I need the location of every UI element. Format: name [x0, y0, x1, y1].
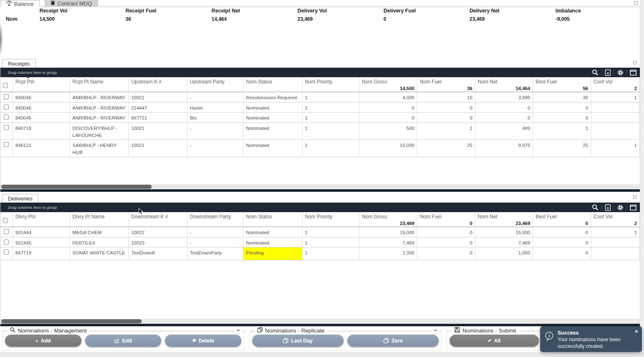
button-label: Delete: [199, 338, 214, 344]
cell-k: 10021: [129, 123, 187, 139]
table-row[interactable]: 840046ANR/BHLP - RIVERWAY10021-Resubmiss…: [0, 92, 640, 103]
column-header[interactable]: Nom Fuel36: [417, 77, 475, 92]
column-header[interactable]: Rcpt Pt Name: [70, 77, 128, 92]
delete-button[interactable]: ✖Delete: [165, 335, 241, 347]
search-icon[interactable]: [592, 204, 599, 211]
vertical-scrollbar-strip[interactable]: [640, 0, 644, 357]
scrollbar-thumb[interactable]: [1, 185, 152, 189]
row-checkbox[interactable]: [4, 249, 9, 254]
column-header[interactable]: Nom Net23,469: [475, 212, 533, 227]
tab-contract-mdq[interactable]: Contract MDQ: [44, 0, 98, 7]
horizontal-scrollbar[interactable]: [0, 184, 640, 189]
column-header[interactable]: Dlvry Pt Name: [70, 212, 128, 227]
table-row[interactable]: 840046ANR/BHLP - RIVERWAY667721BioNomina…: [0, 112, 640, 123]
cell-status: Pending: [243, 247, 302, 260]
close-icon[interactable]: ✖: [635, 329, 638, 334]
gear-icon[interactable]: [617, 204, 624, 211]
row-checkbox[interactable]: [4, 94, 9, 99]
excel-export-icon[interactable]: x: [605, 204, 611, 211]
cell-conf: [591, 123, 640, 139]
row-checkbox[interactable]: [4, 240, 9, 245]
column-header[interactable]: Nom Fuel0: [417, 212, 475, 227]
cell-best: 0: [533, 227, 591, 237]
column-header[interactable]: Dlvry Pt#: [13, 212, 70, 227]
table-row[interactable]: 840718DISCOVERY/BHLP - LAFOURCHE10021-No…: [0, 123, 640, 140]
table-row[interactable]: 846121SAB/BHLP - HENRY HUB10021-Nominate…: [0, 140, 640, 157]
column-header[interactable]: Best Fuel56: [533, 77, 591, 92]
cell-gross: 1,000: [359, 247, 417, 260]
last-day-button[interactable]: Last Day: [252, 335, 344, 347]
cell-status: Nominated: [243, 227, 302, 237]
minimize-icon[interactable]: –: [235, 327, 241, 333]
cell-net: 0: [475, 112, 533, 122]
deliveries-grid: Drag columns here to group. x Dlvry Pt#D…: [0, 203, 640, 326]
column-header[interactable]: Nom Priority: [302, 212, 359, 227]
nominations-workspace: { "tabs": [ { "label": "Balance", "activ…: [0, 0, 644, 357]
maximize-icon[interactable]: [634, 1, 638, 5]
edit-button[interactable]: Edit: [85, 335, 162, 347]
column-summary: 0: [469, 221, 472, 226]
panel-maximize-icon[interactable]: [633, 196, 637, 199]
column-header[interactable]: Downstream K #: [129, 212, 187, 227]
tab-receipts[interactable]: Receipts: [2, 59, 36, 68]
panel-legend: Nominations - Management: [7, 327, 89, 334]
column-header[interactable]: Nom Status: [243, 77, 302, 92]
select-all-checkbox[interactable]: [3, 218, 8, 223]
row-checkbox[interactable]: [4, 142, 9, 147]
column-header[interactable]: Upstream Party: [187, 77, 243, 92]
cell-fuel: 0: [417, 112, 475, 122]
balance-metric-value: 14,500: [39, 16, 125, 22]
horizontal-scrollbar[interactable]: [0, 319, 640, 324]
column-summary: 56: [583, 86, 588, 91]
column-header[interactable]: Nom Net14,464: [475, 77, 533, 92]
window-icon[interactable]: [630, 70, 637, 76]
column-header[interactable]: Upstream K #: [129, 77, 187, 92]
column-header[interactable]: Nom Priority: [302, 77, 359, 92]
column-header[interactable]: Nom Gross23,469: [359, 212, 417, 227]
panel-maximize-icon[interactable]: [633, 61, 637, 64]
table-row[interactable]: 847719SONAT WHITE CASTLETestDownKTestDow…: [0, 247, 640, 260]
minimize-icon[interactable]: –: [432, 327, 439, 333]
row-checkbox[interactable]: [4, 229, 9, 234]
column-header[interactable]: Conf Vol2: [591, 212, 640, 227]
cell-fuel: 10: [417, 92, 475, 102]
table-row[interactable]: 931444MEGA CHEM10022-Nominated115,000015…: [0, 227, 640, 237]
cell-status: Nominated: [243, 112, 302, 122]
cell-fuel: 25: [417, 140, 475, 156]
column-header[interactable]: Downstream Party: [187, 212, 243, 227]
column-header[interactable]: Nom Status: [243, 212, 302, 227]
cell-net: 3,990: [475, 92, 533, 102]
cell-fuel: 0: [417, 247, 475, 260]
cell-priority: 1: [302, 140, 359, 156]
cell-status: Nominated: [243, 103, 302, 112]
column-header[interactable]: Conf Vol2: [591, 77, 640, 92]
cell-best: 25: [533, 140, 591, 156]
zero-button[interactable]: Zero: [347, 335, 439, 347]
cell-k: 10022: [129, 227, 187, 237]
table-row[interactable]: 931445FERTILEX10023-Nominated17,46907,46…: [0, 237, 640, 248]
column-summary: 14,500: [400, 86, 414, 91]
tab-balance[interactable]: Balance: [0, 0, 40, 7]
cell-net: 1,000: [475, 247, 533, 260]
column-header[interactable]: Nom Gross14,500: [359, 77, 417, 92]
row-checkbox[interactable]: [4, 125, 9, 130]
search-icon[interactable]: [592, 69, 599, 76]
add-button[interactable]: +Add: [5, 335, 81, 347]
tab-deliveries[interactable]: Deliveries: [2, 194, 38, 203]
grid-body: 840046ANR/BHLP - RIVERWAY10021-Resubmiss…: [0, 92, 640, 184]
info-icon: i: [544, 331, 554, 344]
excel-export-icon[interactable]: x: [605, 69, 611, 76]
table-row[interactable]: 840046ANR/BHLP - RIVERWAY214447HarterNom…: [0, 103, 640, 113]
scrollbar-thumb[interactable]: [1, 319, 142, 323]
cell-net: 9,975: [475, 140, 533, 156]
column-header[interactable]: Rcpt Pt#: [13, 77, 70, 92]
row-checkbox[interactable]: [4, 115, 9, 120]
gear-icon[interactable]: [617, 69, 624, 76]
row-checkbox[interactable]: [4, 105, 9, 110]
column-header[interactable]: Best Fuel0: [533, 212, 591, 227]
all-button[interactable]: ✔All: [450, 335, 539, 347]
window-icon[interactable]: [630, 205, 637, 210]
select-all-checkbox[interactable]: [3, 83, 8, 88]
cell-priority: 1: [302, 227, 359, 237]
balance-metric-label: Receipt Vol: [39, 8, 125, 14]
